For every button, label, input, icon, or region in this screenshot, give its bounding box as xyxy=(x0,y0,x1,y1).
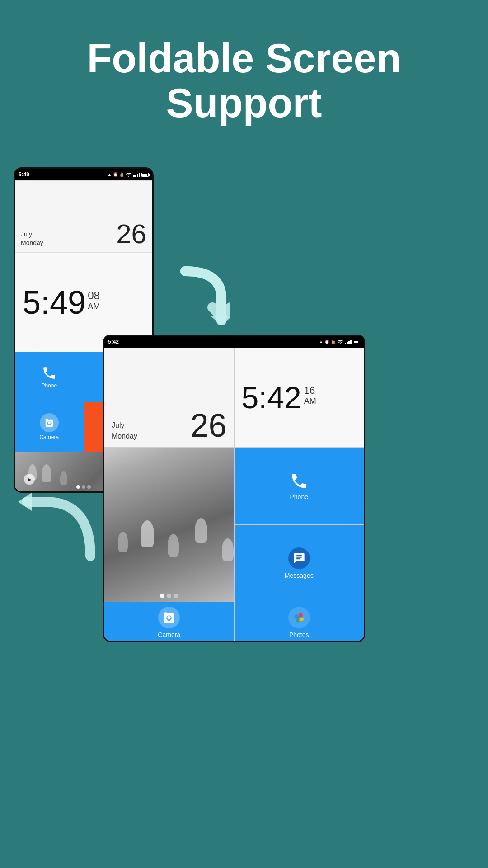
clock-time-large: 5:42 xyxy=(242,382,301,413)
svg-marker-1 xyxy=(18,493,32,511)
app-tile-phone-large[interactable]: Phone xyxy=(235,448,364,524)
app-tile-photos-large[interactable]: Photos xyxy=(235,602,364,642)
clock-seconds-large: 16 xyxy=(304,385,315,396)
status-bar-small: 5:49 ▲ ⏰ 🔒 xyxy=(15,169,152,180)
messages-icon-lg xyxy=(288,547,310,569)
lock-icon-lg: 🔒 xyxy=(331,340,336,344)
signal-icon-lg xyxy=(345,339,352,344)
notification-icon: ▲ xyxy=(108,172,112,177)
notification-icon-lg: ▲ xyxy=(319,340,323,344)
phone-content-large: July Monday 26 5:42 16 AM xyxy=(104,348,364,641)
app-label-camera-small: Camera xyxy=(39,434,59,440)
arrow-up-icon xyxy=(18,493,99,561)
photo-dots-small xyxy=(76,485,91,489)
status-bar-large: 5:42 ▲ ⏰ 🔒 xyxy=(104,336,364,348)
page-header: Foldable Screen Support xyxy=(0,0,488,144)
page-title: Foldable Screen Support xyxy=(0,36,488,126)
wifi-icon xyxy=(126,172,132,177)
battery-icon xyxy=(141,173,149,177)
app-tile-phone-small[interactable]: Phone xyxy=(15,352,84,402)
calendar-day-large: 26 xyxy=(190,409,226,442)
phone-icon xyxy=(42,365,57,381)
app-label-messages-large: Messages xyxy=(285,572,314,579)
clock-ampm-small: AM xyxy=(88,302,100,311)
clock-time-small: 5:49 xyxy=(23,286,86,319)
camera-icon-lg xyxy=(158,607,180,628)
phone-icon-lg xyxy=(290,472,309,491)
status-icons-large: ▲ ⏰ 🔒 xyxy=(319,339,360,344)
status-time-small: 5:49 xyxy=(19,171,29,178)
photos-icon-lg xyxy=(288,607,310,628)
calendar-dayname-small: Monday xyxy=(21,239,43,248)
calendar-dayname-large: Monday xyxy=(112,431,137,442)
arrow-down-icon xyxy=(176,262,230,326)
signal-icon xyxy=(133,172,140,177)
app-tile-messages-large[interactable]: Messages xyxy=(235,525,364,602)
clock-icon: ⏰ xyxy=(113,172,118,177)
calendar-month-small: July xyxy=(21,230,43,239)
status-icons-small: ▲ ⏰ 🔒 xyxy=(108,172,149,177)
lock-icon: 🔒 xyxy=(119,172,124,177)
calendar-widget-small: July Monday 26 xyxy=(15,180,152,253)
clock-ampm-large: AM xyxy=(304,396,316,406)
clock-icon-lg: ⏰ xyxy=(324,340,329,344)
app-label-phone-small: Phone xyxy=(41,382,57,389)
app-tile-camera-small[interactable]: Camera xyxy=(15,402,84,452)
clock-seconds-small: 08 xyxy=(88,289,100,302)
app-label-camera-large: Camera xyxy=(158,631,180,638)
app-label-phone-large: Phone xyxy=(290,493,308,500)
play-button-small[interactable]: ▶ xyxy=(24,474,35,485)
calendar-month-large: July xyxy=(112,420,137,431)
battery-icon-lg xyxy=(353,340,360,344)
clock-widget-large: 5:42 16 AM xyxy=(235,348,364,447)
photo-dots-large xyxy=(160,594,178,598)
calendar-widget-large: July Monday 26 xyxy=(104,348,234,447)
calendar-day-small: 26 xyxy=(116,221,146,248)
app-tile-camera-large[interactable]: Camera xyxy=(104,602,234,642)
app-label-photos-large: Photos xyxy=(289,631,309,638)
status-time-large: 5:42 xyxy=(108,339,119,345)
phone-mockup-large: 5:42 ▲ ⏰ 🔒 July xyxy=(103,335,365,642)
photo-widget-large xyxy=(104,448,234,602)
chess-photo-large xyxy=(104,448,234,602)
wifi-icon-lg xyxy=(337,339,343,344)
svg-marker-0 xyxy=(210,316,230,326)
camera-icon xyxy=(40,413,59,432)
